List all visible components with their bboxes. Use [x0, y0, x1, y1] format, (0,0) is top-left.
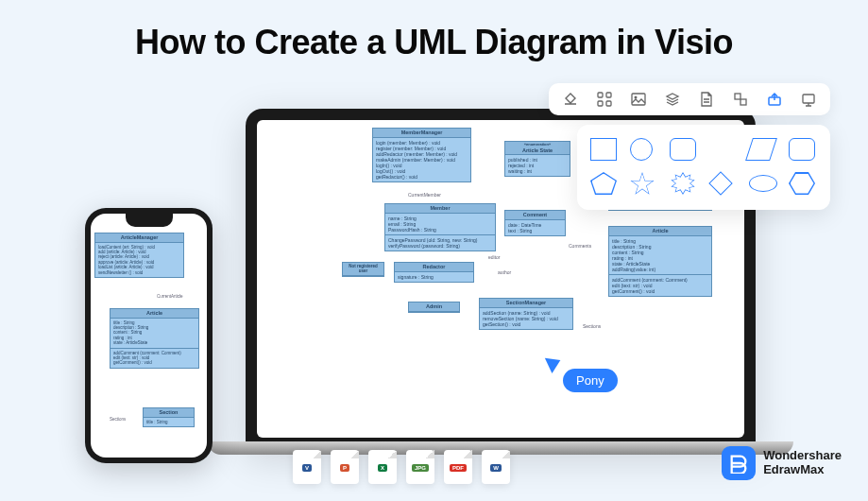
edrawmax-logo-icon	[722, 446, 756, 480]
uml-class-member[interactable]: Member name : Stringemail : StringPasswo…	[384, 203, 496, 251]
shape-burst[interactable]	[670, 172, 696, 195]
uml-class-comment[interactable]: Comment date : DateTimetext : String	[504, 210, 566, 236]
uml-class-articlemanager-phone[interactable]: ArticleManager loadContent (art: String)…	[94, 233, 184, 278]
uml-label: Comments	[569, 243, 591, 249]
shape-star[interactable]	[630, 172, 655, 197]
shape-rounded-rect[interactable]	[670, 138, 696, 161]
page-title: How to Create a UML Diagram in Visio	[0, 0, 868, 62]
export-word[interactable]: W	[482, 450, 510, 484]
uml-label: Sections	[583, 323, 601, 329]
uml-class-article-phone[interactable]: Article title : Stringdescription : Stri…	[110, 308, 199, 369]
export-excel[interactable]: X	[368, 450, 397, 484]
uml-class-sectionmanager[interactable]: SectionManager addSection (name: String)…	[479, 298, 573, 330]
export-powerpoint[interactable]: P	[331, 450, 359, 484]
uml-label: CurrentMember	[408, 192, 441, 198]
svg-rect-7	[740, 99, 746, 105]
cursor-user-label: Pony	[563, 369, 618, 392]
collaborator-cursor: Pony	[548, 354, 618, 392]
svg-rect-1	[606, 93, 611, 97]
phone-canvas: ArticleManager loadContent (art: String)…	[91, 214, 207, 458]
export-format-bar: V P X JPG PDF W	[293, 450, 510, 484]
shape-parallelogram[interactable]	[745, 138, 777, 161]
uml-label: Sections	[110, 417, 126, 422]
shape-rounded-rect-2[interactable]	[789, 138, 815, 161]
uml-class-redactor[interactable]: Redactor signature : String	[394, 262, 474, 283]
export-pdf[interactable]: PDF	[444, 450, 472, 484]
brand-text: Wondershare EdrawMax	[763, 449, 842, 477]
uml-class-admin[interactable]: Admin	[408, 302, 460, 313]
svg-rect-2	[598, 101, 603, 106]
layers-icon[interactable]	[664, 91, 681, 108]
export-icon[interactable]	[766, 91, 783, 108]
phone-mockup: ArticleManager loadContent (art: String)…	[85, 208, 213, 463]
svg-rect-0	[598, 93, 603, 97]
fill-icon[interactable]	[562, 91, 579, 108]
uml-class-section-phone[interactable]: Section title : String	[143, 407, 195, 427]
component-icon[interactable]	[732, 91, 749, 108]
svg-rect-3	[606, 101, 611, 106]
grid-icon[interactable]	[596, 91, 613, 108]
shape-hexagon[interactable]	[789, 172, 815, 195]
cursor-arrow-icon	[545, 353, 564, 373]
shapes-palette	[577, 125, 830, 210]
svg-rect-9	[803, 95, 814, 103]
uml-label: CurrentArticle	[157, 294, 183, 299]
shape-pentagon[interactable]	[590, 172, 617, 195]
svg-rect-6	[735, 94, 740, 99]
uml-class-membermanager[interactable]: MemberManager login (member: Member) : v…	[372, 128, 471, 182]
brand-logo-block: Wondershare EdrawMax	[722, 446, 842, 480]
uml-label: author	[498, 269, 511, 275]
shape-rect[interactable]	[590, 138, 617, 161]
uml-class-article[interactable]: Article title : Stringdescription : Stri…	[608, 226, 712, 297]
svg-point-5	[635, 96, 638, 99]
export-visio[interactable]: V	[293, 450, 321, 484]
uml-enum-articlestate[interactable]: «enumeration»Article State published : i…	[504, 141, 570, 177]
page-icon[interactable]	[698, 91, 715, 108]
shape-ellipse[interactable]	[749, 175, 777, 192]
export-jpg[interactable]: JPG	[406, 450, 434, 484]
shape-circle[interactable]	[630, 138, 653, 161]
uml-class-notregistered[interactable]: Not registered user	[342, 262, 384, 277]
uml-label: editor	[488, 254, 501, 260]
shape-toolbar	[549, 83, 830, 115]
image-icon[interactable]	[630, 91, 647, 108]
uml-title: MemberManager	[373, 129, 470, 138]
presentation-icon[interactable]	[800, 91, 817, 108]
shape-triangle[interactable]	[709, 138, 734, 159]
svg-rect-4	[632, 94, 645, 105]
shape-diamond[interactable]	[708, 171, 732, 195]
